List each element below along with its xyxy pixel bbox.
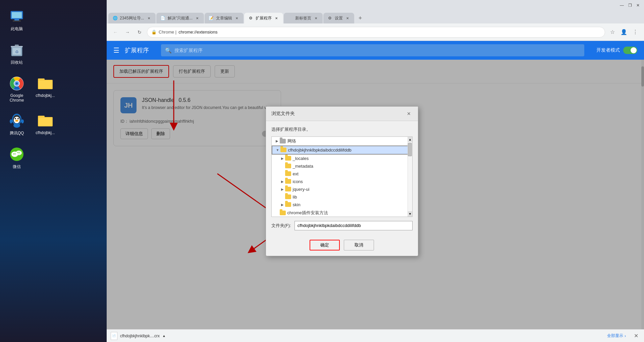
url-bar[interactable]: 🔒 Chrome | chrome://extensions <box>147 27 605 38</box>
tree-item-metadata[interactable]: ▶ _metadata <box>272 162 412 170</box>
metadata-folder-icon <box>285 164 291 169</box>
svg-point-26 <box>15 120 18 122</box>
tab-label-article: 文章编辑 <box>216 15 232 21</box>
this-pc-label: 此电脑 <box>11 26 23 32</box>
tree-item-chrome-plugin[interactable]: ▶ chrome插件安装方法 <box>272 209 412 217</box>
network-folder-icon <box>280 138 286 144</box>
tab-label-settings: 设置 <box>335 15 343 21</box>
svg-rect-2 <box>14 19 19 20</box>
tab-article[interactable]: 📝 文章编辑 ✕ <box>205 13 244 23</box>
chrome-plugin-folder-icon <box>280 210 286 215</box>
folder1-icon <box>37 75 53 92</box>
tab-close-solve[interactable]: ✕ <box>195 15 200 21</box>
lib-folder-icon <box>285 194 291 199</box>
chevron-right-icon: › <box>625 334 626 338</box>
tree-item-locales[interactable]: ▶ _locales <box>272 155 412 162</box>
download-file-icon: 📄 <box>111 332 117 340</box>
folder-input-row: 文件夹(F): <box>271 221 413 230</box>
close-button[interactable]: ✕ <box>635 3 641 8</box>
dev-mode-section: 开发者模式 <box>596 47 637 54</box>
search-box[interactable]: 🔍 <box>161 44 584 56</box>
svg-rect-1 <box>12 12 22 18</box>
desktop-icon-qq[interactable]: 腾讯QQ <box>3 111 30 138</box>
desktop-icon-chrome[interactable]: Google Chrome <box>3 74 30 104</box>
show-all-downloads-button[interactable]: 全部显示 › <box>604 332 629 340</box>
desktop-icon-this-pc[interactable]: 此电脑 <box>3 7 30 34</box>
svg-point-36 <box>13 154 14 155</box>
reload-button[interactable]: ↻ <box>135 27 144 37</box>
desktop-icon-wechat[interactable]: 微信 <box>3 145 30 171</box>
tree-item-skin[interactable]: ▶ skin <box>272 201 412 209</box>
qq-icon <box>9 113 25 129</box>
svg-point-27 <box>10 119 12 123</box>
dialog-ok-button[interactable]: 确定 <box>310 240 340 250</box>
tab-newtab[interactable]: 新标签页 ✕ <box>284 13 323 23</box>
tab-close-newtab[interactable]: ✕ <box>313 15 319 21</box>
tree-scroll-thumb[interactable] <box>408 143 412 156</box>
tree-item-icons[interactable]: ▶ icons <box>272 178 412 185</box>
folder2-icon <box>37 113 53 129</box>
bookmark-button[interactable]: ☆ <box>608 27 617 37</box>
tab-bar: 🌐 2345网址导... ✕ 📄 解决"只能通... ✕ 📝 文章编辑 ✕ ⚙ … <box>107 11 644 23</box>
download-chevron-icon[interactable]: ▲ <box>162 334 166 338</box>
tab-label-2345: 2345网址导... <box>120 15 144 21</box>
file-tree[interactable]: ▶ 网络 ▼ cfhdojbkjhnklbpkda <box>271 136 413 217</box>
tab-close-article[interactable]: ✕ <box>234 15 239 21</box>
tab-label-newtab: 新标签页 <box>295 15 311 21</box>
tree-item-jquery-ui[interactable]: ▶ jquery-ui <box>272 185 412 193</box>
dialog-close-button[interactable]: ✕ <box>405 110 413 117</box>
tab-settings[interactable]: ⚙ 设置 ✕ <box>323 13 354 23</box>
tab-close-2345[interactable]: ✕ <box>146 15 152 21</box>
folder-input[interactable] <box>294 221 413 230</box>
restore-button[interactable]: ❐ <box>627 3 633 8</box>
desktop: 此电脑 ♻ 回收站 <box>0 0 107 342</box>
tree-item-lib[interactable]: ▶ lib <box>272 193 412 201</box>
chrome-icon <box>9 75 25 92</box>
tree-scroll-down[interactable]: ▼ <box>408 211 413 217</box>
svg-point-14 <box>15 82 18 85</box>
forward-button[interactable]: → <box>123 27 132 37</box>
extensions-header: ☰ 扩展程序 🔍 开发者模式 <box>107 41 644 60</box>
tree-scrollbar[interactable]: ▲ ▼ <box>408 137 412 217</box>
dialog-cancel-button[interactable]: 取消 <box>344 240 374 250</box>
menu-button[interactable]: ⋮ <box>631 27 640 37</box>
svg-point-28 <box>21 119 24 123</box>
browser-window: — ❐ ✕ 🌐 2345网址导... ✕ 📄 解决"只能通... ✕ 📝 文章编… <box>107 0 644 342</box>
profile-button[interactable]: 👤 <box>619 27 629 37</box>
tree-item-network[interactable]: ▶ 网络 <box>272 137 412 146</box>
svg-point-39 <box>19 152 19 153</box>
address-bar: ← → ↻ 🔒 Chrome | chrome://extensions ☆ 👤… <box>107 23 644 41</box>
tree-item-main-folder[interactable]: ▼ cfhdojbkjhnklbpkdaibdccddilifddb <box>272 146 412 155</box>
svg-point-37 <box>15 154 16 155</box>
tab-favicon-newtab <box>288 15 293 21</box>
desktop-icon-cfhdojbkj1[interactable]: cfhdojbkj... <box>32 74 59 104</box>
svg-point-38 <box>17 152 18 153</box>
tree-arrow-jquery: ▶ <box>280 187 285 191</box>
downloads-bar-close[interactable]: ✕ <box>632 332 640 340</box>
tab-extensions[interactable]: ⚙ 扩展程序 ✕ <box>244 13 283 23</box>
tree-arrow-icons: ▶ <box>280 180 285 183</box>
tree-arrow-locales: ▶ <box>280 157 285 160</box>
desktop-icon-cfhdojbkj2[interactable]: cfhdojbkj... <box>32 111 59 138</box>
dev-mode-toggle[interactable] <box>623 47 637 54</box>
back-button[interactable]: ← <box>111 27 120 37</box>
tree-arrow-skin: ▶ <box>280 203 285 207</box>
dialog-footer: 确定 取消 <box>266 236 418 256</box>
tab-close-extensions[interactable]: ✕ <box>274 15 279 21</box>
tree-item-ext[interactable]: ▶ ext <box>272 170 412 178</box>
title-bar: — ❐ ✕ <box>107 0 644 11</box>
hamburger-icon[interactable]: ☰ <box>113 46 119 54</box>
svg-point-35 <box>16 151 22 155</box>
new-tab-button[interactable]: + <box>355 13 366 23</box>
minimize-button[interactable]: — <box>619 3 625 8</box>
window-controls: — ❐ ✕ <box>619 3 641 8</box>
tab-close-settings[interactable]: ✕ <box>345 15 350 21</box>
chrome-label: Google Chrome <box>5 93 29 103</box>
desktop-icon-recycle[interactable]: ♻ 回收站 <box>3 40 30 67</box>
download-item: 📄 cfhdojbkjhnklbpk....crx ▲ <box>111 332 166 340</box>
search-input[interactable] <box>174 48 580 53</box>
tab-solve[interactable]: 📄 解决"只能通... ✕ <box>156 13 204 23</box>
wechat-label: 微信 <box>13 164 21 170</box>
tab-2345[interactable]: 🌐 2345网址导... ✕ <box>108 13 156 23</box>
tree-scroll-up[interactable]: ▲ <box>408 137 413 142</box>
